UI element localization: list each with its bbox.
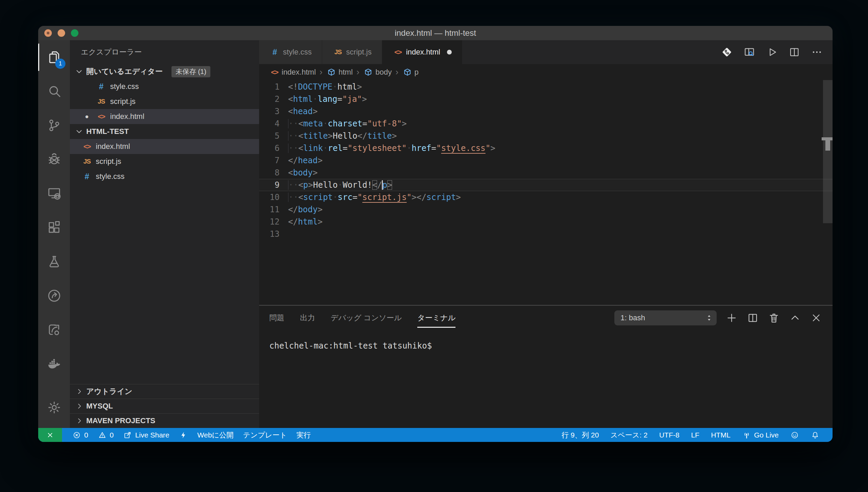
line-content: <head> (288, 105, 318, 118)
tree-item-style.css[interactable]: #style.css (70, 169, 259, 184)
status-bolt[interactable] (179, 431, 188, 440)
search-icon (46, 83, 62, 99)
section-header-アウトライン[interactable]: アウトライン (70, 384, 259, 399)
section-label: MYSQL (86, 402, 113, 411)
breadcrumb: <>index.html›html›body›p (259, 64, 833, 80)
line-content: <body> (288, 167, 318, 179)
tab-label: script.js (346, 48, 372, 57)
line-content: ··<title>Hello</title> (288, 130, 397, 142)
panel-tab-問題[interactable]: 問題 (269, 306, 284, 330)
breadcrumb-item-index.html[interactable]: <>index.html (269, 68, 316, 77)
status-run[interactable]: 実行 (297, 430, 311, 440)
activity-item-test[interactable] (38, 245, 70, 279)
close-panel-button[interactable] (810, 312, 822, 324)
scrollbar-cursor-marker-stem (825, 140, 830, 151)
open-editors-label: 開いているエディター (86, 66, 163, 77)
panel-tab-ターミナル[interactable]: ターミナル (417, 306, 455, 330)
minimize-window-button[interactable] (58, 29, 65, 37)
line-number: 8 (259, 167, 280, 179)
activity-item-source-control[interactable] (38, 108, 70, 142)
js-file-icon: JS (95, 98, 107, 105)
activity-item-live-share[interactable] (38, 279, 70, 313)
code-editor[interactable]: 1<!DOCTYPE·html>2<html·lang="ja">3<head>… (259, 80, 833, 305)
terminal-output[interactable]: chelchel-mac:html-test tatsuhiko$ (259, 330, 833, 351)
share-icon (123, 431, 132, 440)
breadcrumb-separator: › (395, 67, 399, 77)
open-editor-script.js[interactable]: JSscript.js (70, 94, 259, 109)
status-publish-web[interactable]: Webに公開 (197, 430, 234, 440)
more-actions-button[interactable] (811, 46, 823, 58)
breadcrumb-item-body[interactable]: body (363, 67, 392, 77)
editor-area: #style.cssJSscript.js<>index.html <>inde… (259, 40, 833, 428)
status-feedback[interactable] (790, 431, 799, 440)
status-notifications[interactable] (811, 431, 820, 440)
status-errors[interactable]: 0 (72, 431, 88, 440)
tab-script.js[interactable]: JSscript.js (322, 40, 382, 64)
chevron-down-icon (74, 66, 84, 77)
symbol-cube (402, 67, 413, 77)
close-window-button[interactable] (44, 29, 52, 37)
activity-item-publish[interactable] (38, 313, 70, 347)
status-template[interactable]: テンプレート (243, 430, 287, 440)
panel-tab-出力[interactable]: 出力 (300, 306, 315, 330)
breadcrumb-label: html (339, 68, 353, 77)
terminal-select[interactable]: 1: bash (614, 310, 717, 325)
status-label: 実行 (297, 430, 311, 440)
status-go-live[interactable]: Go Live (742, 431, 779, 440)
open-browser-preview-button[interactable] (743, 46, 755, 58)
publish-icon (46, 322, 62, 338)
activity-item-settings[interactable] (38, 390, 70, 425)
breadcrumb-item-p[interactable]: p (402, 67, 419, 77)
split-terminal-button[interactable] (747, 312, 759, 324)
status-eol[interactable]: LF (691, 431, 700, 439)
open-editors-header[interactable]: 開いているエディター 未保存 (1) (70, 64, 259, 79)
activity-item-search[interactable] (38, 74, 70, 108)
run-file-button[interactable] (766, 46, 778, 58)
status-remote-indicator[interactable] (38, 428, 62, 442)
status-live-share[interactable]: Live Share (123, 431, 169, 440)
tree-item-script.js[interactable]: JSscript.js (70, 154, 259, 169)
new-terminal-button[interactable] (725, 312, 738, 324)
status-cursor-position[interactable]: 行 9、列 20 (562, 430, 599, 440)
line-content: </html> (288, 216, 323, 228)
activity-item-remote-explorer[interactable] (38, 176, 70, 211)
code-line-5: 5··<title>Hello</title> (259, 130, 833, 142)
activity-item-docker[interactable] (38, 347, 70, 381)
line-number: 13 (259, 228, 280, 240)
status-label: HTML (711, 431, 730, 439)
bottom-panel: 問題出力デバッグ コンソールターミナル 1: bash chelchel-mac… (259, 305, 833, 428)
live-share-circle-icon (46, 288, 62, 304)
status-indentation[interactable]: スペース: 2 (611, 430, 648, 440)
title-bar[interactable]: index.html — html-test (38, 26, 833, 40)
breadcrumb-item-html[interactable]: html (326, 67, 353, 77)
open-changes-button[interactable] (721, 46, 733, 58)
activity-item-extensions[interactable] (38, 211, 70, 245)
status-language-mode[interactable]: HTML (711, 431, 730, 439)
window-controls (44, 29, 78, 37)
open-editor-index.html[interactable]: ●<>index.html (70, 109, 259, 124)
remote-explorer-icon (46, 186, 62, 201)
tab-style.css[interactable]: #style.css (259, 40, 322, 64)
maximize-panel-button[interactable] (789, 312, 801, 324)
split-editor-button[interactable] (788, 46, 800, 58)
zoom-window-button[interactable] (71, 29, 78, 37)
status-encoding[interactable]: UTF-8 (659, 431, 679, 439)
terminal-select-value: 1: bash (620, 313, 645, 322)
tree-item-index.html[interactable]: <>index.html (70, 139, 259, 154)
open-editor-style.css[interactable]: #style.css (70, 79, 259, 94)
activity-item-explorer[interactable]: 1 (38, 40, 70, 74)
tab-label: index.html (406, 48, 440, 57)
status-warnings[interactable]: 0 (98, 431, 114, 440)
activity-item-debug[interactable] (38, 142, 70, 176)
panel-tab-デバッグ コンソール[interactable]: デバッグ コンソール (331, 306, 402, 330)
section-header-MAVEN PROJECTS[interactable]: MAVEN PROJECTS (70, 413, 259, 428)
line-number: 7 (259, 154, 280, 167)
section-header-MYSQL[interactable]: MYSQL (70, 399, 259, 413)
file-name: style.css (96, 172, 124, 181)
status-label: 0 (84, 431, 88, 439)
tab-index.html[interactable]: <>index.html (382, 40, 462, 64)
editor-scrollbar[interactable] (823, 80, 833, 223)
kill-terminal-button[interactable] (768, 312, 780, 324)
chevron-right-icon (75, 401, 84, 411)
folder-header[interactable]: HTML-TEST (70, 124, 259, 139)
